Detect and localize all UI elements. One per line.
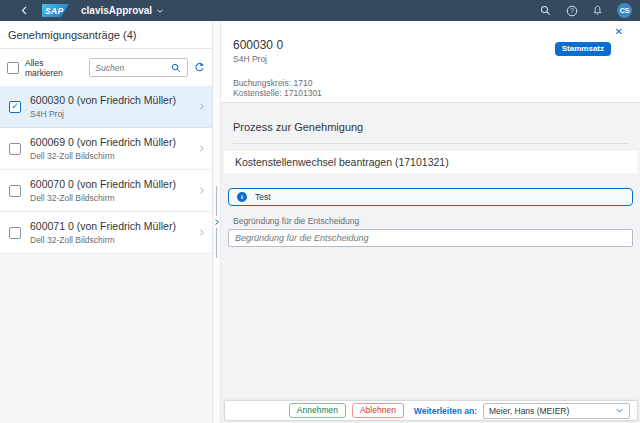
- approvals-master-panel: Genehmigungsanträge (4) Alles markieren …: [0, 21, 213, 423]
- item-title: 600070 0 (von Friedrich Müller): [30, 178, 176, 190]
- message-strip-text: Test: [255, 192, 271, 202]
- splitter-grip: [216, 186, 217, 216]
- list-search-field[interactable]: [89, 58, 188, 77]
- item-title: 600069 0 (von Friedrich Müller): [30, 136, 176, 148]
- item-checkbox[interactable]: ✓: [9, 101, 21, 113]
- master-toolbar: Alles markieren: [0, 49, 212, 86]
- reason-input[interactable]: [228, 229, 633, 247]
- forward-to-selected-value: Meier, Hans (MEIER): [489, 406, 615, 416]
- cost-center-attribute: Kostenstelle: 17101301: [233, 88, 322, 98]
- reason-label: Begründung für die Entscheidung: [233, 216, 633, 226]
- avatar-initials: CS: [620, 7, 630, 14]
- user-avatar[interactable]: CS: [617, 3, 632, 18]
- list-item[interactable]: 600071 0 (von Friedrich Müller) Dell 32-…: [0, 212, 212, 254]
- item-checkbox[interactable]: [9, 143, 21, 155]
- chevron-right-icon: [197, 102, 206, 111]
- process-section-title: Prozess zur Genehmigung: [233, 121, 628, 144]
- detail-title: 600030 0: [233, 38, 283, 52]
- stammsatz-button[interactable]: Stammsatz: [555, 42, 611, 56]
- search-icon[interactable]: [171, 63, 181, 73]
- check-icon: ✓: [11, 102, 19, 111]
- item-checkbox[interactable]: [9, 227, 21, 239]
- list-item[interactable]: 600070 0 (von Friedrich Müller) Dell 32-…: [0, 170, 212, 212]
- process-item-row[interactable]: Kostenstellenwechsel beantragen (1710132…: [224, 151, 637, 173]
- list-item[interactable]: 600069 0 (von Friedrich Müller) Dell 32-…: [0, 128, 212, 170]
- chevron-right-icon: [197, 186, 206, 195]
- item-checkbox[interactable]: [9, 185, 21, 197]
- reject-button[interactable]: Ablehnen: [352, 403, 404, 418]
- chevron-down-icon: [615, 406, 624, 415]
- refresh-icon[interactable]: [194, 62, 205, 73]
- item-title: 600030 0 (von Friedrich Müller): [30, 94, 176, 106]
- select-all-label: Alles markieren: [25, 58, 83, 78]
- expand-panel-icon[interactable]: [213, 217, 221, 227]
- forward-to-label: Weiterleiten an:: [414, 406, 477, 416]
- info-icon: i: [237, 192, 247, 202]
- app-title-menu[interactable]: clavisApproval: [81, 5, 164, 16]
- item-subtitle: Dell 32-Zoll Bildschirm: [30, 151, 176, 161]
- detail-subtitle: S4H Proj: [233, 54, 267, 64]
- accept-button[interactable]: Annehmen: [289, 403, 346, 418]
- approval-detail-panel: ✕ 600030 0 S4H Proj Stammsatz Buchungskr…: [221, 21, 640, 423]
- item-subtitle: Dell 32-Zoll Bildschirm: [30, 193, 176, 203]
- chevron-right-icon: [197, 144, 206, 153]
- chevron-down-icon: [156, 7, 164, 15]
- detail-content: Prozess zur Genehmigung Kostenstellenwec…: [221, 103, 640, 423]
- select-all-checkbox[interactable]: [7, 62, 19, 74]
- master-panel-filler: [0, 254, 212, 423]
- company-code-attribute: Buchungskreis: 1710: [233, 78, 312, 88]
- item-subtitle: S4H Proj: [30, 109, 176, 119]
- item-title: 600071 0 (von Friedrich Müller): [30, 220, 176, 232]
- close-icon[interactable]: ✕: [615, 27, 623, 37]
- search-icon[interactable]: [539, 4, 552, 17]
- list-item[interactable]: ✓ 600030 0 (von Friedrich Müller) S4H Pr…: [0, 86, 212, 128]
- sap-logo: SAP: [42, 4, 69, 17]
- detail-header: ✕ 600030 0 S4H Proj Stammsatz Buchungskr…: [221, 21, 640, 103]
- notifications-bell-icon[interactable]: [591, 4, 604, 17]
- sap-logo-text: SAP: [42, 6, 63, 16]
- info-message-strip: i Test: [228, 188, 633, 206]
- splitter-grip: [216, 228, 217, 258]
- master-panel-title: Genehmigungsanträge (4): [0, 21, 212, 49]
- approvals-list: ✓ 600030 0 (von Friedrich Müller) S4H Pr…: [0, 86, 212, 254]
- back-icon[interactable]: [16, 3, 32, 19]
- shell-actions: ? CS: [539, 3, 632, 18]
- shell-header: SAP clavisApproval ? CS: [0, 0, 640, 21]
- detail-footer-bar: Annehmen Ablehnen Weiterleiten an: Meier…: [224, 400, 638, 421]
- panel-splitter[interactable]: [213, 21, 221, 423]
- process-item-text: Kostenstellenwechsel beantragen (1710132…: [235, 156, 449, 168]
- help-icon[interactable]: ?: [565, 4, 578, 17]
- forward-to-select[interactable]: Meier, Hans (MEIER): [483, 403, 630, 419]
- app-title: clavisApproval: [81, 5, 152, 16]
- item-subtitle: Dell 32-Zoll Bildschirm: [30, 235, 176, 245]
- list-search-input[interactable]: [95, 63, 171, 73]
- svg-text:?: ?: [570, 7, 574, 14]
- chevron-right-icon: [197, 228, 206, 237]
